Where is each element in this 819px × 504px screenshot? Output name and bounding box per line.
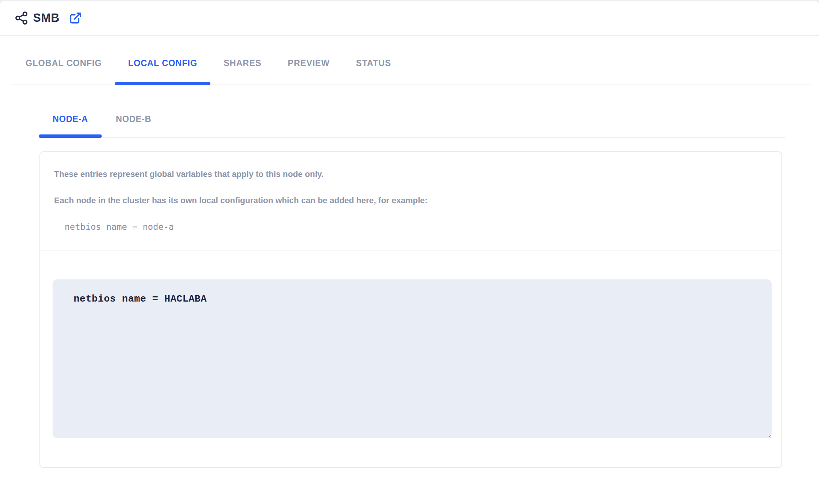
info-line-1: These entries represent global variables… [54, 169, 768, 179]
node-tabbar: NODE-A NODE-B [39, 101, 785, 138]
info-line-2: Each node in the cluster has its own loc… [54, 196, 768, 205]
config-example-code: netbios name = node-a [65, 222, 768, 232]
tab-node-b[interactable]: NODE-B [102, 101, 165, 137]
tab-shares[interactable]: SHARES [210, 42, 275, 85]
tab-preview[interactable]: PREVIEW [275, 42, 343, 85]
tab-global-config[interactable]: GLOBAL CONFIG [12, 42, 115, 85]
share-icon [14, 11, 29, 25]
card-info-section: These entries represent global variables… [40, 152, 781, 250]
local-config-card: These entries represent global variables… [39, 151, 782, 468]
tab-node-a[interactable]: NODE-A [39, 101, 102, 137]
page-header: SMB [0, 1, 819, 36]
external-link-icon[interactable] [69, 12, 82, 24]
card-editor-section: netbios name = HACLABA [40, 250, 781, 467]
config-tabbar: GLOBAL CONFIG LOCAL CONFIG SHARES PREVIE… [12, 36, 811, 85]
local-config-textarea[interactable]: netbios name = HACLABA [53, 279, 772, 438]
tab-status[interactable]: STATUS [343, 42, 404, 85]
page-title: SMB [33, 11, 59, 25]
main-panel: SMB GLOBAL CONFIG LOCAL CONFIG SHARES PR… [0, 1, 819, 504]
tab-local-config[interactable]: LOCAL CONFIG [115, 42, 210, 85]
